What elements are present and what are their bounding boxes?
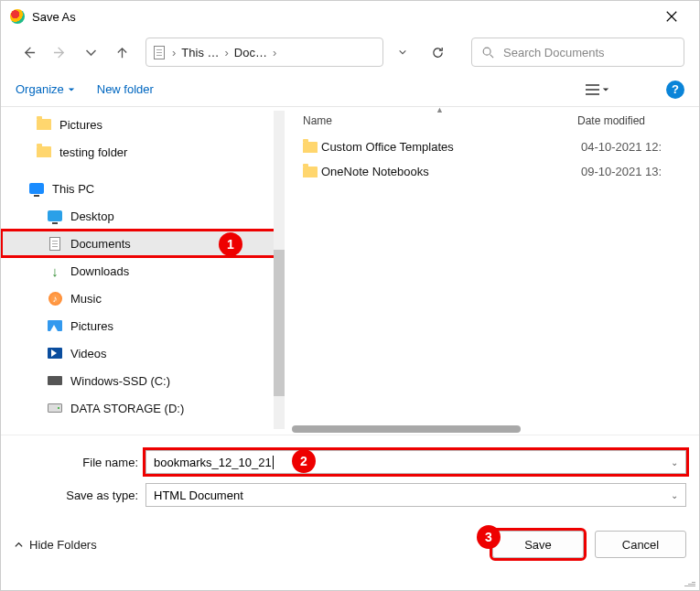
save-as-dialog: Save As › This … › Doc… › Search Documen…: [0, 0, 700, 591]
tree-item-desktop[interactable]: Desktop: [1, 202, 285, 230]
tree-label: Desktop: [70, 210, 114, 223]
hide-folders-label: Hide Folders: [29, 538, 97, 552]
file-hscrollbar[interactable]: [292, 425, 692, 435]
organize-label: Organize: [16, 82, 64, 96]
file-date: 04-10-2021 12:: [581, 140, 662, 154]
file-name: OneNote Notebooks: [321, 165, 581, 178]
tree-scrollbar[interactable]: [274, 111, 285, 429]
sort-indicator-icon: ▲: [436, 105, 444, 114]
savetype-select[interactable]: HTML Document ⌄: [145, 483, 686, 507]
nav-row: › This … › Doc… › Search Documents: [1, 32, 699, 72]
footer: Hide Folders Save Cancel: [1, 520, 699, 569]
tree-item-pictures[interactable]: Pictures: [1, 312, 285, 339]
titlebar: Save As: [1, 1, 699, 32]
tree-label: Windows-SSD (C:): [70, 374, 170, 388]
search-input[interactable]: Search Documents: [471, 38, 684, 67]
chevron-right-icon: ›: [271, 46, 278, 59]
tree-label: Pictures: [59, 118, 102, 132]
tree-label: Pictures: [70, 319, 113, 333]
pictures-icon: [48, 320, 62, 331]
videos-icon: [48, 348, 62, 359]
documents-icon: [49, 237, 60, 251]
address-bar[interactable]: › This … › Doc… ›: [145, 38, 383, 67]
recent-dropdown[interactable]: [78, 39, 103, 65]
tree-label: Music: [70, 292, 102, 306]
refresh-button[interactable]: [424, 38, 451, 66]
cancel-button[interactable]: Cancel: [595, 531, 686, 558]
documents-icon: [152, 45, 167, 59]
desktop-icon: [48, 210, 62, 221]
bottom-panel: File name: bookmarks_12_10_21 ⌄ Save as …: [1, 435, 699, 520]
tree-label: Videos: [70, 347, 107, 360]
tree-item-videos[interactable]: Videos: [1, 339, 285, 367]
tree-label: This PC: [52, 182, 94, 196]
tree-item-pictures-qa[interactable]: Pictures: [1, 111, 285, 138]
drive-icon: [48, 376, 62, 385]
file-name: Custom Office Templates: [321, 140, 581, 154]
help-button[interactable]: ?: [666, 81, 684, 99]
filename-input[interactable]: bookmarks_12_10_21 ⌄: [145, 450, 686, 474]
filename-value: bookmarks_12_10_21: [154, 456, 272, 469]
annotation-badge-1: 1: [219, 232, 242, 256]
tree-label: DATA STORAGE (D:): [70, 402, 184, 415]
savetype-value: HTML Document: [154, 489, 243, 502]
toolbar: Organize New folder ?: [1, 72, 699, 107]
folder-icon: [37, 119, 51, 130]
list-header[interactable]: ▲ Name Date modified: [285, 107, 699, 134]
column-name[interactable]: Name: [303, 114, 577, 127]
save-button[interactable]: Save: [492, 531, 584, 558]
close-button[interactable]: [653, 3, 690, 30]
tree-item-ssd[interactable]: Windows-SSD (C:): [1, 367, 285, 394]
file-list: ▲ Name Date modified Custom Office Templ…: [285, 107, 699, 435]
organize-menu[interactable]: Organize: [16, 82, 75, 96]
folder-icon: [303, 142, 318, 153]
breadcrumb-seg-2[interactable]: Doc…: [231, 46, 271, 59]
window-title: Save As: [32, 10, 76, 24]
column-date[interactable]: Date modified: [577, 114, 645, 127]
folder-icon: [37, 146, 51, 157]
music-icon: ♪: [48, 292, 62, 306]
breadcrumb-seg-1[interactable]: This …: [178, 46, 222, 59]
chevron-down-icon[interactable]: ⌄: [671, 490, 678, 500]
filename-row: File name: bookmarks_12_10_21 ⌄: [14, 448, 686, 476]
chrome-icon: [10, 9, 25, 24]
forward-button[interactable]: [47, 39, 72, 65]
resize-grip[interactable]: [683, 574, 695, 586]
tree-item-data[interactable]: DATA STORAGE (D:): [1, 394, 285, 422]
chevron-down-icon[interactable]: ⌄: [671, 457, 678, 467]
tree-item-testing[interactable]: testing folder: [1, 138, 285, 166]
search-placeholder: Search Documents: [503, 46, 605, 59]
tree-item-thispc[interactable]: This PC: [1, 175, 285, 202]
file-date: 09-10-2021 13:: [581, 165, 662, 178]
new-folder-button[interactable]: New folder: [97, 82, 154, 96]
chevron-down-icon: [602, 86, 609, 93]
tree-label: testing folder: [59, 145, 127, 159]
drive-icon: [48, 403, 62, 413]
search-icon: [481, 46, 494, 59]
pc-icon: [29, 183, 44, 194]
tree-item-downloads[interactable]: ↓Downloads: [1, 257, 285, 285]
back-button[interactable]: [16, 39, 41, 65]
folder-icon: [303, 167, 318, 177]
annotation-badge-3: 3: [477, 525, 501, 549]
downloads-icon: ↓: [47, 263, 63, 279]
filename-label: File name:: [14, 456, 145, 469]
chevron-up-icon: [14, 540, 24, 550]
navigation-tree: Pictures testing folder This PC Desktop …: [1, 107, 285, 435]
tree-item-music[interactable]: ♪Music: [1, 285, 285, 312]
chevron-right-icon: ›: [170, 46, 178, 59]
up-button[interactable]: [109, 39, 135, 65]
file-row[interactable]: Custom Office Templates 04-10-2021 12:: [285, 134, 699, 159]
annotation-badge-2: 2: [292, 449, 316, 473]
hide-folders-button[interactable]: Hide Folders: [14, 538, 97, 552]
main-area: Pictures testing folder This PC Desktop …: [1, 107, 699, 435]
savetype-row: Save as type: HTML Document ⌄: [14, 481, 686, 509]
chevron-down-icon: [68, 86, 75, 93]
view-options-button[interactable]: [586, 84, 609, 95]
address-dropdown[interactable]: [389, 38, 416, 66]
chevron-right-icon: ›: [223, 46, 231, 59]
text-cursor: [273, 456, 274, 469]
savetype-label: Save as type:: [14, 489, 145, 502]
file-row[interactable]: OneNote Notebooks 09-10-2021 13:: [285, 159, 699, 184]
tree-label: Documents: [70, 237, 131, 251]
